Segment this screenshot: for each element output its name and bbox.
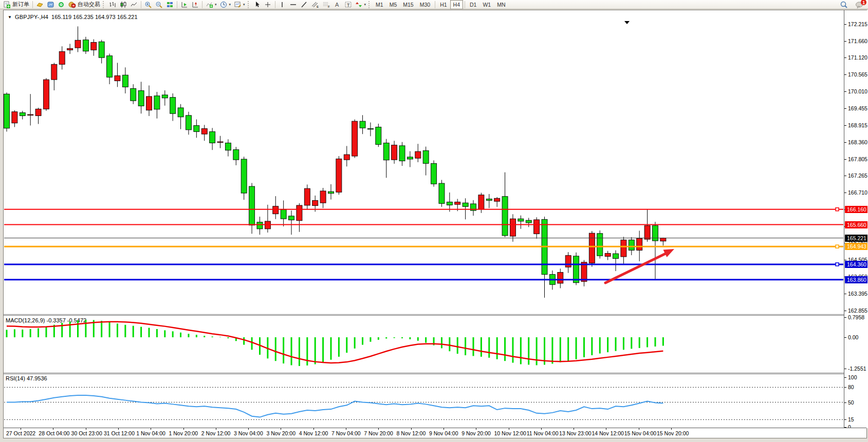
time-tick (444, 428, 444, 430)
equidistant-channel-button[interactable]: E (309, 1, 321, 9)
toolbar-separator (275, 1, 275, 8)
cursor-button[interactable] (252, 1, 263, 9)
toolbar-separator (32, 1, 33, 8)
svg-text:F: F (328, 5, 330, 8)
cursor-arrow-icon (253, 1, 261, 8)
line-chart-icon (130, 1, 138, 8)
new-order-button[interactable]: 新订单 (2, 1, 31, 9)
axis-tick (844, 209, 846, 210)
line-chart-button[interactable] (128, 1, 139, 9)
zoom-out-button[interactable] (154, 1, 164, 9)
market-watch-button[interactable] (34, 1, 45, 9)
text-button[interactable]: A (332, 1, 343, 9)
axis-tick-label: -1.2551 (848, 366, 866, 372)
dropdown-caret-icon: ▾ (243, 3, 245, 7)
collapse-triangle-icon[interactable]: ▼ (8, 15, 12, 20)
time-tick (216, 428, 216, 430)
axis-tick-label: 168.360 (848, 140, 867, 145)
axis-tick-label: 0.00 (848, 335, 858, 340)
fibonacci-button[interactable]: F (321, 1, 332, 9)
timeframe-toolbar: M1M5M15M30H1H4D1W1MN (373, 0, 508, 9)
dropdown-caret-icon: ▾ (229, 3, 231, 7)
axis-tick (844, 369, 846, 369)
time-axis-label: 10 Nov 12:00 (494, 430, 526, 436)
axis-tick-label: 50 (848, 400, 854, 406)
axis-tick (844, 226, 846, 227)
time-axis-label: 1 Nov 20:00 (169, 430, 198, 436)
auto-trading-label: 自动交易 (78, 1, 100, 8)
timeframe-button-m1[interactable]: M1 (373, 0, 386, 9)
time-tick (248, 428, 249, 430)
timeframe-button-m15[interactable]: M15 (400, 0, 416, 9)
periods-button[interactable]: ▾ (218, 1, 233, 9)
dropdown-caret-icon: ▾ (364, 3, 366, 7)
time-axis[interactable]: 27 Oct 202228 Oct 04:0030 Oct 23:0031 Oc… (4, 428, 866, 438)
trendline-button[interactable] (299, 1, 309, 9)
templates-button[interactable]: ▾ (232, 1, 247, 9)
chart-shift-marker[interactable] (624, 21, 630, 24)
axis-tick-label: 170.565 (848, 72, 867, 78)
time-axis-label: 7 Nov 04:00 (331, 430, 361, 436)
add-indicator-icon (206, 1, 213, 8)
sound-icon (58, 1, 65, 8)
notifications-button[interactable]: 1 (854, 1, 865, 9)
axis-tick (844, 243, 846, 243)
time-axis-label: 27 Oct 2022 (6, 430, 35, 436)
chart-forward-button[interactable] (179, 1, 190, 9)
bar-chart-icon (108, 1, 116, 8)
main-toolbar: 新订单 自动交易 ▾ ▾ ▾ E F A T ▾ M1M5M15M30H1H4D… (0, 0, 868, 9)
time-axis-label: 11 Nov 04:00 (527, 430, 559, 436)
axis-tick-label: 164.505 (848, 257, 867, 263)
clock-icon (220, 1, 228, 8)
horizontal-line-button[interactable] (288, 1, 299, 9)
text-label-button[interactable]: T (343, 1, 354, 9)
crosshair-button[interactable] (263, 1, 273, 9)
auto-trading-button[interactable]: 自动交易 (67, 1, 102, 9)
time-tick (671, 428, 672, 430)
time-tick (183, 428, 184, 430)
axis-tick-label: 172.215 (848, 22, 867, 27)
timeframe-button-h4[interactable]: H4 (450, 0, 463, 9)
time-tick (281, 428, 281, 430)
time-tick (541, 428, 542, 430)
time-tick (346, 428, 346, 430)
axis-tick (844, 317, 846, 318)
chart-window: ▼ GBPJPY-,H4 165.119 165.235 164.973 165… (3, 10, 867, 438)
vertical-line-icon (279, 1, 286, 8)
macd-pane[interactable] (4, 316, 844, 373)
template-icon (234, 1, 242, 8)
notification-count-badge: 1 (861, 0, 866, 5)
bar-chart-button[interactable] (107, 1, 118, 9)
vertical-line-button[interactable] (277, 1, 288, 9)
text-label-icon: T (344, 1, 352, 8)
channel-icon: E (311, 1, 319, 8)
axis-tick-label: 166.710 (848, 190, 867, 196)
price-axis[interactable]: 172.215171.660171.120170.565170.010169.4… (844, 10, 868, 428)
timeframe-button-h1[interactable]: H1 (437, 0, 450, 9)
chart-window-icon (47, 1, 54, 8)
search-button[interactable] (838, 1, 849, 9)
toolbar-drag-handle (248, 1, 251, 8)
time-tick (118, 428, 119, 430)
chart-shift-button[interactable] (190, 1, 200, 9)
axis-tick-label: 165.600 (848, 224, 867, 229)
rsi-pane[interactable] (4, 374, 844, 428)
timeframe-button-mn[interactable]: MN (494, 0, 508, 9)
indicators-button[interactable]: ▾ (204, 1, 218, 9)
time-tick (21, 428, 21, 430)
axis-tick-label: 171.120 (848, 55, 867, 61)
timeframe-button-m30[interactable]: M30 (417, 0, 433, 9)
data-window-button[interactable] (45, 1, 56, 9)
timeframe-button-d1[interactable]: D1 (467, 0, 479, 9)
time-axis-label: 8 Nov 12:00 (397, 430, 426, 436)
timeframe-button-m5[interactable]: M5 (386, 0, 400, 9)
arrows-button[interactable]: ▾ (354, 1, 368, 9)
timeframe-button-w1[interactable]: W1 (479, 0, 494, 9)
main-chart-pane[interactable] (4, 10, 844, 314)
tile-windows-button[interactable] (164, 1, 175, 9)
zoom-in-icon (144, 1, 152, 8)
sound-button[interactable] (56, 1, 67, 9)
time-tick (151, 428, 151, 430)
zoom-in-button[interactable] (143, 1, 154, 9)
candlestick-button[interactable] (118, 1, 128, 9)
